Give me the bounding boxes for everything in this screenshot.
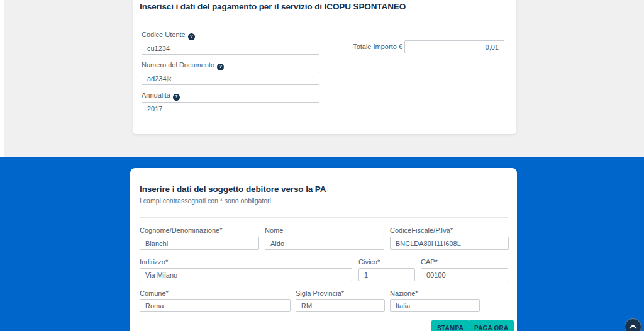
cognome-label: Cognome/Denominazione* <box>140 227 222 234</box>
civico-input[interactable] <box>358 268 415 281</box>
codice-utente-label: Codice Utente? <box>142 31 195 40</box>
cap-label: CAP* <box>421 258 438 266</box>
sigla-provincia-label: Sigla Provincia* <box>296 289 344 297</box>
divider <box>140 20 508 20</box>
chevron-up-icon <box>629 324 637 330</box>
nazione-label: Nazione* <box>390 289 418 297</box>
cap-input[interactable] <box>421 268 508 281</box>
nome-label: Nome <box>265 227 283 234</box>
debtor-card: Inserire i dati del soggetto debitore ve… <box>130 168 517 331</box>
codice-utente-input[interactable] <box>142 42 319 55</box>
codice-utente-label-text: Codice Utente <box>142 31 186 38</box>
scroll-to-top-button[interactable] <box>625 318 641 331</box>
civico-label: Civico* <box>358 258 380 266</box>
numero-documento-label: Numero del Documento? <box>142 61 224 70</box>
numero-documento-input[interactable] <box>142 72 319 85</box>
help-icon[interactable]: ? <box>188 33 195 40</box>
numero-documento-label-text: Numero del Documento <box>142 61 214 69</box>
comune-label: Comune* <box>140 289 169 297</box>
debtor-card-title: Inserire i dati del soggetto debitore ve… <box>140 184 326 194</box>
annualita-label-text: Annualità <box>142 91 170 99</box>
help-icon[interactable]: ? <box>173 94 180 101</box>
payment-card-title: Inserisci i dati del pagamento per il se… <box>140 2 406 11</box>
annualita-input[interactable] <box>142 102 319 115</box>
payment-card: Inserisci i dati del pagamento per il se… <box>133 0 516 134</box>
codice-fiscale-input[interactable] <box>390 237 509 250</box>
paga-ora-button[interactable]: PAGA ORA <box>469 320 514 331</box>
annualita-label: Annualità? <box>142 91 180 101</box>
nome-input[interactable] <box>265 237 384 250</box>
comune-input[interactable] <box>140 299 291 312</box>
divider <box>140 217 508 218</box>
totale-importo-input[interactable] <box>404 40 504 53</box>
stampa-button[interactable]: STAMPA <box>431 320 469 331</box>
totale-importo-label: Totale Importo € <box>309 43 402 50</box>
indirizzo-input[interactable] <box>140 268 352 281</box>
indirizzo-label: Indirizzo* <box>140 258 168 266</box>
nazione-input[interactable] <box>390 299 480 312</box>
help-icon[interactable]: ? <box>217 64 224 70</box>
codice-fiscale-label: CodiceFiscale/P.Iva* <box>390 227 453 234</box>
sigla-provincia-input[interactable] <box>296 299 385 312</box>
debtor-card-subtitle: I campi contrassegnati con * sono obblig… <box>140 197 271 205</box>
cognome-input[interactable] <box>140 237 259 250</box>
